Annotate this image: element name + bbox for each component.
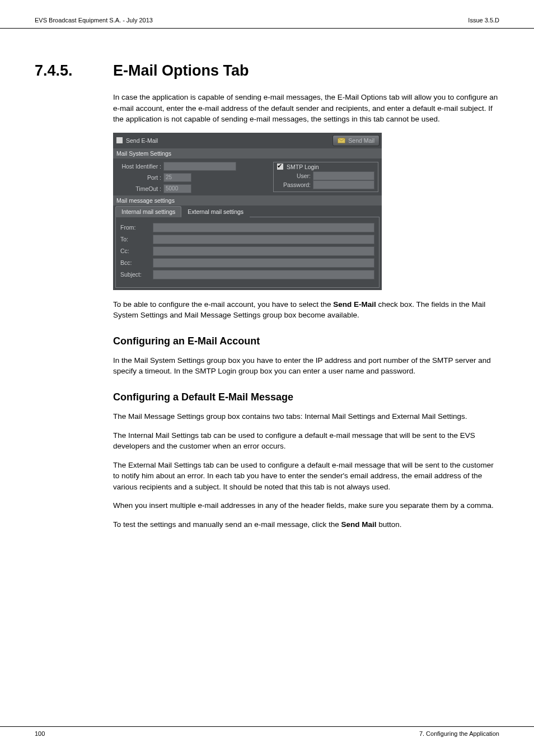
host-identifier-input[interactable] [163, 162, 236, 171]
smtp-login-checkbox[interactable] [277, 164, 283, 170]
send-mail-button[interactable]: Send Mail [332, 135, 380, 146]
checkbox-icon [116, 137, 123, 143]
page-number: 100 [35, 730, 45, 737]
tab-external-mail[interactable]: External mail settings [181, 206, 250, 217]
send-mail-label: Send Mail [348, 137, 374, 144]
send-email-checkbox[interactable]: Send E-Mail [116, 137, 158, 144]
from-input[interactable] [153, 223, 374, 232]
footer-rule [0, 726, 534, 727]
paragraph-internal: The Internal Mail Settings tab can be us… [113, 430, 499, 452]
paragraph-account: In the Mail System Settings group box yo… [113, 355, 499, 377]
timeout-input[interactable]: 5000 [163, 184, 191, 193]
to-label: To: [120, 236, 149, 242]
bold-send-mail: Send Mail [341, 520, 376, 529]
cc-label: Cc: [120, 248, 149, 254]
header-rule [0, 28, 534, 29]
footer-chapter: 7. Configuring the Application [419, 730, 499, 737]
password-label: Password: [277, 181, 311, 188]
envelope-icon [338, 138, 345, 143]
host-identifier-label: Host Identifier : [116, 163, 161, 170]
text-span: To be able to configure the e-mail accou… [113, 300, 333, 309]
paragraph-external: The External Mail Settings tab can be us… [113, 460, 499, 493]
paragraph-tabs: The Mail Message Settings group box cont… [113, 411, 499, 422]
header-left: EVS Broadcast Equipment S.A. - July 2013 [35, 17, 153, 24]
heading-configuring-message: Configuring a Default E-Mail Message [113, 391, 499, 403]
intro-paragraph: In case the application is capable of se… [113, 92, 499, 125]
heading-configuring-account: Configuring an E-Mail Account [113, 335, 499, 347]
paragraph-test: To test the settings and manually send a… [113, 519, 499, 530]
section-title: E-Mail Options Tab [113, 62, 249, 80]
paragraph-multiple: When you insert multiple e-mail addresse… [113, 500, 499, 511]
subject-input[interactable] [153, 270, 374, 279]
mail-system-settings-bar: Mail System Settings [113, 148, 382, 158]
email-options-screenshot: Send E-Mail Send Mail Mail System Settin… [113, 133, 382, 290]
user-input[interactable] [313, 171, 374, 180]
mail-message-settings-bar: Mail message settings [113, 195, 382, 206]
send-email-label: Send E-Mail [126, 137, 158, 144]
bcc-label: Bcc: [120, 259, 149, 266]
from-label: From: [120, 224, 149, 231]
user-label: User: [277, 172, 311, 179]
tab-internal-mail[interactable]: Internal mail settings [115, 206, 181, 217]
text-span: To test the settings and manually send a… [113, 520, 341, 529]
port-label: Port : [116, 174, 161, 181]
smtp-login-group: SMTP Login User: Password: [273, 162, 378, 192]
header-right: Issue 3.5.D [468, 17, 499, 24]
timeout-label: TimeOut : [116, 185, 161, 192]
port-input[interactable]: 25 [163, 173, 191, 182]
bold-send-email: Send E-Mail [333, 300, 376, 309]
after-shot-paragraph: To be able to configure the e-mail accou… [113, 299, 499, 321]
text-span: button. [376, 520, 401, 529]
subject-label: Subject: [120, 271, 149, 278]
mail-message-tab-pane: From: To: Cc: Bcc: Subject: [115, 217, 380, 288]
bcc-input[interactable] [153, 258, 374, 268]
cc-input[interactable] [153, 246, 374, 256]
password-input[interactable] [313, 180, 374, 189]
section-number: 7.4.5. [35, 62, 113, 80]
smtp-login-label: SMTP Login [287, 164, 319, 170]
to-input[interactable] [153, 235, 374, 244]
